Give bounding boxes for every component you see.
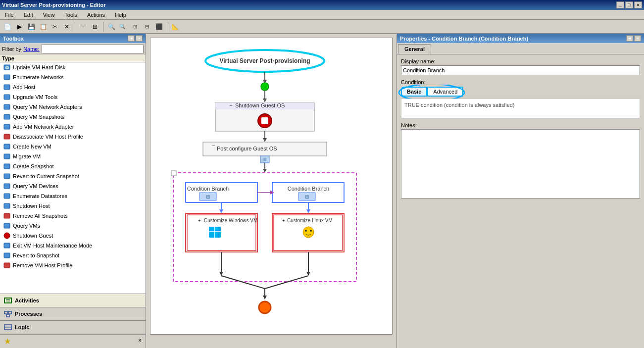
toolbox-item-15[interactable]: Remove All Snapshots	[0, 211, 146, 221]
star-icon[interactable]: ★	[4, 337, 11, 346]
svg-rect-26	[8, 311, 11, 314]
svg-text:💿: 💿	[5, 65, 9, 70]
minimize-btn[interactable]: _	[616, 1, 624, 8]
toolbar-zoom-fit[interactable]: ⊡	[130, 21, 141, 32]
item-label-1: Enumerate Networks	[13, 74, 64, 80]
props-header-controls[interactable]: ◄ ×	[626, 35, 641, 42]
svg-line-79	[221, 276, 265, 289]
toolbar-zoom-in[interactable]: 🔍	[106, 21, 117, 32]
tab-advanced[interactable]: Advanced	[427, 87, 463, 97]
title-bar-controls[interactable]: _ □ ×	[616, 1, 642, 8]
svg-rect-20	[4, 253, 10, 258]
nav-activities[interactable]: Activities	[0, 294, 146, 307]
item-icon-2	[3, 83, 11, 91]
svg-text:⊞: ⊞	[263, 157, 267, 162]
customize-windows-text: Customize Windows VM	[204, 218, 257, 223]
toolbox-close-btn[interactable]: ×	[136, 35, 143, 42]
toolbox-item-12[interactable]: Query VM Devices	[0, 181, 146, 191]
toolbox-panel: Toolbox ◄ × Filter by Name: Type 💿 Updat…	[0, 34, 146, 348]
toolbox-item-10[interactable]: Create Snapshot	[0, 161, 146, 171]
toolbox-item-3[interactable]: Upgrade VM Tools	[0, 92, 146, 102]
toolbar-delete[interactable]: ✕	[61, 21, 72, 32]
menu-edit[interactable]: Edit	[21, 11, 36, 19]
display-name-label: Display name:	[401, 58, 640, 64]
toolbox-item-20[interactable]: Remove VM Host Profile	[0, 260, 146, 270]
filter-name-link[interactable]: Name:	[23, 46, 39, 52]
toolbox-item-19[interactable]: Revert to Snapshot	[0, 250, 146, 260]
toolbox-item-2[interactable]: Add Host	[0, 82, 146, 92]
svg-point-83	[259, 301, 271, 313]
toolbox-collapse-btn[interactable]: ◄	[128, 35, 135, 42]
item-label-9: Migrate VM	[13, 153, 41, 159]
toolbar-save[interactable]: 💾	[26, 21, 37, 32]
toolbox-item-6[interactable]: Add VM Network Adapter	[0, 122, 146, 132]
toolbar-zoom-out[interactable]: 🔍-	[118, 21, 129, 32]
toolbar-grid[interactable]: ⊞	[90, 21, 100, 32]
item-icon-9	[3, 152, 11, 160]
menu-tools[interactable]: Tools	[61, 11, 80, 19]
tab-general[interactable]: General	[398, 44, 431, 54]
canvas-area[interactable]: Virtual Server Post-provisioning − Shutd…	[146, 34, 396, 348]
condition-branch-1-text: Condition Branch	[187, 186, 229, 192]
toolbox-item-14[interactable]: Shutdown Host	[0, 201, 146, 211]
arrows-icon[interactable]: »	[138, 337, 142, 346]
menu-actions[interactable]: Actions	[84, 11, 108, 19]
toolbox-list-header: Type	[0, 55, 146, 62]
menu-file[interactable]: File	[2, 11, 17, 19]
item-label-13: Enumerate Datastores	[13, 193, 67, 199]
menu-view[interactable]: View	[40, 11, 58, 19]
item-icon-18	[3, 242, 11, 249]
workflow-title-text: Virtual Server Post-provisioning	[219, 57, 310, 64]
svg-marker-58	[219, 209, 223, 213]
processes-icon	[4, 310, 12, 318]
toolbar-copy[interactable]: 📋	[38, 21, 49, 32]
item-label-0: Update VM Hard Disk	[13, 64, 65, 70]
toolbar-cut[interactable]: ✂	[50, 21, 60, 32]
filter-input[interactable]	[42, 45, 144, 53]
item-label-16: Query VMs	[13, 223, 40, 229]
toolbar-zoom-100[interactable]: ⊟	[142, 21, 152, 32]
toolbar-run[interactable]: ▶	[14, 21, 25, 32]
close-btn[interactable]: ×	[634, 1, 642, 8]
svg-marker-82	[263, 296, 267, 299]
toolbox-item-5[interactable]: Query VM Snapshots	[0, 112, 146, 122]
display-name-input[interactable]	[401, 65, 640, 75]
svg-rect-22	[4, 298, 11, 303]
toolbar-new[interactable]: 📄	[2, 21, 13, 32]
nav-logic[interactable]: Logic	[0, 321, 146, 334]
customize-linux-text: Customize Linux VM	[287, 218, 333, 223]
svg-marker-66	[306, 209, 310, 213]
toolbox-item-18[interactable]: Exit VM Host Maintenance Mode	[0, 241, 146, 250]
toolbox-item-0[interactable]: 💿 Update VM Hard Disk	[0, 62, 146, 72]
toolbar-square[interactable]: ⬛	[153, 21, 164, 32]
nav-processes[interactable]: Processes	[0, 307, 146, 321]
toolbar-minus[interactable]: —	[78, 21, 89, 32]
toolbox-item-16[interactable]: Query VMs	[0, 221, 146, 231]
svg-rect-27	[6, 314, 9, 317]
toolbox-item-17[interactable]: Shutdown Guest	[0, 231, 146, 241]
item-icon-10	[3, 162, 11, 170]
item-label-3: Upgrade VM Tools	[13, 94, 57, 100]
props-close-btn[interactable]: ×	[634, 35, 641, 42]
toolbox-header-controls[interactable]: ◄ ×	[128, 35, 143, 42]
tab-basic[interactable]: Basic	[401, 87, 427, 97]
toolbox-item-9[interactable]: Migrate VM	[0, 151, 146, 161]
menu-help[interactable]: Help	[112, 11, 129, 19]
item-label-19: Revert to Snapshot	[13, 252, 59, 258]
toolbox-item-4[interactable]: Query VM Network Adapters	[0, 102, 146, 112]
toolbar-extra[interactable]: 📐	[170, 21, 181, 32]
toolbox-item-13[interactable]: Enumerate Datastores	[0, 191, 146, 201]
props-collapse-btn[interactable]: ◄	[626, 35, 633, 42]
item-label-8: Create New VM	[13, 144, 51, 149]
svg-text:⊞: ⊞	[206, 194, 210, 199]
notes-area[interactable]	[401, 129, 640, 199]
svg-rect-12	[4, 174, 10, 179]
toolbox-item-1[interactable]: Enumerate Networks	[0, 72, 146, 82]
shutdown-guest-label-text: Shutdown Guest OS	[235, 102, 285, 108]
toolbox-item-7[interactable]: Disassociate VM Host Profile	[0, 132, 146, 142]
toolbox-item-8[interactable]: Create New VM	[0, 142, 146, 151]
svg-rect-5	[4, 104, 10, 109]
item-icon-17	[3, 232, 11, 240]
maximize-btn[interactable]: □	[625, 1, 633, 8]
toolbox-item-11[interactable]: Revert to Current Snapshot	[0, 171, 146, 181]
